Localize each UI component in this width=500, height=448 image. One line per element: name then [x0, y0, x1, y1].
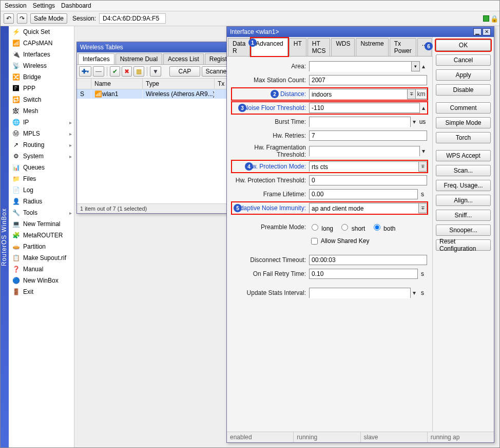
comment-button[interactable]: Comment: [436, 102, 491, 114]
dropdown-icon[interactable]: ∓: [418, 162, 427, 171]
tab-nstreme-dual[interactable]: Nstreme Dual: [116, 53, 162, 64]
burst-unit: us: [418, 118, 427, 125]
comment-button[interactable]: ▦: [133, 66, 144, 77]
filter-button[interactable]: ▼: [150, 66, 161, 77]
sidebar-item-mpls[interactable]: ⓂMPLS▸: [9, 128, 74, 139]
align--button[interactable]: Align...: [436, 195, 491, 206]
radio-both[interactable]: both: [371, 225, 396, 232]
hw-retries-input[interactable]: [309, 130, 427, 141]
sidebar-item-routing[interactable]: ↗Routing▸: [9, 139, 74, 151]
scan--button[interactable]: Scan...: [436, 165, 491, 176]
sidebar-item-metarouter[interactable]: 🧩MetaROUTER: [9, 230, 74, 241]
tab-data-rates[interactable]: Data R: [228, 38, 250, 56]
distance-input[interactable]: ∓: [309, 89, 416, 99]
sidebar-item-wireless[interactable]: 📡Wireless: [9, 60, 74, 71]
sidebar-item-files[interactable]: 📁Files: [9, 173, 74, 184]
burst-time-input[interactable]: [309, 117, 411, 127]
sidebar-item-ip[interactable]: 🌐IP▸: [9, 117, 74, 128]
enable-button[interactable]: ✔: [110, 66, 120, 77]
col-flag[interactable]: [77, 79, 91, 89]
hw-frag-input[interactable]: [309, 146, 420, 156]
update-stats-input[interactable]: [309, 288, 411, 298]
radio-short[interactable]: short: [339, 225, 365, 232]
sidebar-item-ppp[interactable]: 🅿PPP: [9, 83, 74, 94]
frame-life-input[interactable]: [309, 189, 418, 199]
close-button[interactable]: ✕: [483, 28, 491, 35]
col-type[interactable]: Type: [143, 79, 215, 89]
hw-prot-thr-label: Hw. Protection Threshold:: [232, 177, 309, 184]
sidebar-item-make-supout-rif[interactable]: 📋Make Supout.rif: [9, 252, 74, 264]
wps-accept-button[interactable]: WPS Accept: [436, 150, 491, 161]
tab-ht[interactable]: HT: [289, 38, 306, 56]
reset-configuration-button[interactable]: Reset Configuration: [436, 239, 491, 251]
max-station-input[interactable]: [309, 75, 427, 85]
noise-floor-input[interactable]: [309, 103, 420, 113]
sidebar-item-new-winbox[interactable]: 🔵New WinBox: [9, 275, 74, 286]
undo-button[interactable]: ↶: [4, 13, 14, 24]
tab-nstreme[interactable]: Nstreme: [356, 38, 388, 56]
menu-settings[interactable]: Settings: [33, 2, 55, 9]
torch-button[interactable]: Torch: [436, 132, 491, 143]
hw-prot-mode-input[interactable]: ∓: [309, 161, 427, 172]
dropdown-icon[interactable]: ∓: [407, 89, 415, 99]
area-input[interactable]: ▾: [309, 61, 420, 71]
col-name[interactable]: Name: [91, 79, 143, 89]
menu-session[interactable]: Session: [5, 2, 27, 9]
ok-button[interactable]: OK: [436, 40, 491, 51]
sidebar-icon: 🔁: [12, 96, 20, 104]
onfail-input[interactable]: [309, 269, 418, 279]
apply-button[interactable]: Apply: [436, 69, 491, 81]
collapse-icon[interactable]: ▾: [411, 118, 418, 125]
sidebar-item-radius[interactable]: 👤Radius: [9, 196, 74, 207]
sidebar-item-switch[interactable]: 🔁Switch: [9, 94, 74, 105]
dropdown-icon[interactable]: ▾: [411, 62, 419, 71]
tab-advanced[interactable]: Advanced: [251, 38, 287, 56]
collapse-icon[interactable]: ▾: [411, 289, 418, 296]
radio-long[interactable]: long: [309, 225, 333, 232]
safe-mode-button[interactable]: Safe Mode: [30, 13, 67, 24]
disable-button[interactable]: Disable: [436, 84, 491, 96]
redo-button[interactable]: ↷: [17, 13, 27, 24]
sidebar-item-new-terminal[interactable]: 💻New Terminal: [9, 218, 74, 230]
sidebar-item-tools[interactable]: 🔧Tools▸: [9, 207, 74, 218]
expand-icon[interactable]: ▴: [420, 63, 427, 70]
disable-button[interactable]: ✖: [122, 66, 132, 77]
disconnect-timeout-input[interactable]: [309, 255, 427, 265]
expand-icon[interactable]: ▴: [420, 104, 427, 111]
sidebar-item-label: IP: [23, 119, 29, 126]
sidebar-item-partition[interactable]: 🥧Partition: [9, 241, 74, 252]
adaptive-noise-input[interactable]: ∓: [309, 203, 427, 213]
collapse-icon[interactable]: ▾: [420, 147, 427, 155]
sniff--button[interactable]: Sniff...: [436, 210, 491, 221]
sidebar-item-manual[interactable]: ❓Manual: [9, 264, 74, 275]
sidebar-item-capsman[interactable]: 📶CAPsMAN: [9, 38, 74, 49]
sidebar-item-bridge[interactable]: 🔀Bridge: [9, 71, 74, 83]
hw-prot-thr-input[interactable]: [309, 175, 427, 185]
tab-wds[interactable]: WDS: [331, 38, 355, 56]
cancel-button[interactable]: Cancel: [436, 54, 491, 66]
sidebar-item-quick-set[interactable]: ⚡Quick Set: [9, 26, 74, 38]
minimize-button[interactable]: ▁: [473, 28, 482, 35]
cap-button[interactable]: CAP: [169, 66, 200, 77]
onfail-label: On Fail Retry Time:: [232, 270, 309, 277]
tab-access-list[interactable]: Access List: [163, 53, 204, 64]
sidebar-item-mesh[interactable]: 🕸Mesh: [9, 105, 74, 117]
sidebar-item-system[interactable]: ⚙System▸: [9, 151, 74, 162]
sidebar-item-log[interactable]: 📄Log: [9, 184, 74, 196]
sidebar-item-exit[interactable]: 🚪Exit: [9, 286, 74, 297]
remove-button[interactable]: —: [93, 66, 104, 77]
allow-shared-key-checkbox[interactable]: Allow Shared Key: [309, 236, 369, 246]
status-running: running: [294, 432, 360, 442]
dialog-titlebar[interactable]: Interface <wlan1> ▁ ✕: [227, 27, 494, 37]
tab-interfaces[interactable]: Interfaces: [78, 53, 114, 64]
snooper--button[interactable]: Snooper...: [436, 225, 491, 236]
dropdown-icon[interactable]: ∓: [418, 203, 427, 213]
simple-mode-button[interactable]: Simple Mode: [436, 117, 491, 128]
tab-tx-power[interactable]: Tx Power: [390, 38, 416, 56]
add-button[interactable]: ✚▾: [79, 66, 91, 77]
sidebar-item-interfaces[interactable]: 🔌Interfaces: [9, 49, 74, 60]
menu-dashboard[interactable]: Dashboard: [61, 2, 91, 9]
sidebar-item-queues[interactable]: 📊Queues: [9, 162, 74, 173]
freq-usage--button[interactable]: Freq. Usage...: [436, 180, 491, 191]
tab-ht-mcs[interactable]: HT MCS: [307, 38, 331, 56]
